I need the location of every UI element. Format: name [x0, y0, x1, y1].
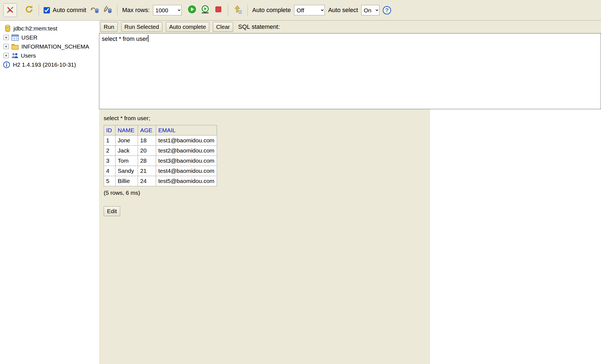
column-header-email[interactable]: EMAIL [156, 125, 217, 136]
auto-commit-label: Auto commit [53, 7, 86, 14]
query-frame: Run Run Selected Auto complete Clear SQL… [99, 21, 601, 364]
refresh-button[interactable] [24, 5, 34, 15]
content-area: jdbc:h2:mem:test + USER + [0, 21, 601, 364]
auto-commit-toggle[interactable]: Auto commit [44, 7, 86, 14]
sql-text: select * from user [102, 36, 148, 42]
sidebar-item-users[interactable]: + Users [0, 51, 99, 60]
table-cell: Sandy [115, 166, 138, 176]
max-rows-label: Max rows: [122, 7, 149, 14]
expand-icon[interactable]: + [4, 53, 9, 58]
edit-button[interactable]: Edit [104, 206, 120, 216]
disconnect-icon [6, 6, 14, 15]
table-icon [11, 34, 19, 41]
stop-icon [215, 6, 222, 15]
executed-statement: select * from user; [104, 115, 430, 122]
table-cell: 4 [104, 166, 115, 176]
tree-root-connection[interactable]: jdbc:h2:mem:test [0, 24, 99, 33]
auto-complete-select[interactable]: Off [294, 5, 325, 15]
table-cell: test1@baomidou.com [156, 136, 217, 146]
table-cell: Billie [115, 176, 138, 186]
h2-console: Auto commit [0, 0, 601, 364]
max-rows-select[interactable]: 1000 [153, 5, 182, 15]
database-icon [4, 25, 11, 32]
table-cell: 18 [138, 136, 156, 146]
sidebar-item-information-schema[interactable]: + INFORMATION_SCHEMA [0, 42, 99, 51]
table-label: USER [21, 34, 37, 41]
auto-select-label: Auto select [328, 7, 358, 14]
expand-icon[interactable]: + [4, 44, 9, 49]
top-toolbar: Auto commit [0, 0, 601, 21]
table-row: 4 Sandy 21 test4@baomidou.com [104, 166, 217, 176]
table-cell: test4@baomidou.com [156, 166, 217, 176]
users-label: Users [21, 52, 36, 59]
table-cell: 3 [104, 156, 115, 166]
table-cell: 1 [104, 136, 115, 146]
h2-version-label: H2 1.4.193 (2016-10-31) [13, 61, 76, 68]
rollback-button[interactable] [103, 5, 112, 15]
table-cell: test5@baomidou.com [156, 176, 217, 186]
toolbar-separator [247, 4, 248, 16]
run-selected-icon-button[interactable] [200, 5, 210, 15]
toolbar-separator [117, 4, 117, 16]
commit-button[interactable] [89, 5, 99, 15]
h2-version-row: H2 1.4.193 (2016-10-31) [0, 60, 99, 69]
column-header-id[interactable]: ID [104, 125, 115, 136]
run-selected-icon [201, 5, 209, 15]
query-toolbar: Run Run Selected Auto complete Clear SQL… [99, 21, 601, 33]
table-cell: 21 [138, 166, 156, 176]
table-row: 1 Jone 18 test1@baomidou.com [104, 136, 217, 146]
run-icon [188, 5, 196, 15]
cancel-icon-button[interactable] [213, 5, 223, 15]
users-icon [11, 52, 18, 59]
table-cell: 28 [138, 156, 156, 166]
column-header-age[interactable]: AGE [138, 125, 156, 136]
table-cell: Jack [115, 146, 138, 156]
auto-complete-button[interactable]: Auto complete [166, 22, 209, 32]
help-button[interactable]: ? [383, 6, 391, 15]
table-cell: 24 [138, 176, 156, 186]
text-cursor [148, 35, 148, 42]
toolbar-separator [39, 4, 39, 16]
table-cell: Jone [115, 136, 138, 146]
sql-statement-label: SQL statement: [238, 23, 280, 30]
table-header-row: ID NAME AGE EMAIL [104, 125, 217, 136]
auto-select-select[interactable]: On [361, 5, 379, 15]
table-cell: 2 [104, 146, 115, 156]
refresh-icon [25, 5, 33, 15]
run-button[interactable]: Run [100, 22, 118, 32]
results-frame: select * from user; ID NAME AGE EMAIL [99, 109, 601, 364]
table-cell: 20 [138, 146, 156, 156]
results-panel: select * from user; ID NAME AGE EMAIL [99, 109, 430, 364]
table-row: 5 Billie 24 test5@baomidou.com [104, 176, 217, 186]
connection-label: jdbc:h2:mem:test [13, 25, 57, 32]
column-header-name[interactable]: NAME [115, 125, 138, 136]
clear-button[interactable]: Clear [213, 22, 233, 32]
database-tree: jdbc:h2:mem:test + USER + [0, 21, 99, 364]
info-icon [3, 61, 10, 68]
table-cell: 5 [104, 176, 115, 186]
expand-icon[interactable]: + [4, 35, 9, 40]
rollback-icon [103, 5, 112, 15]
table-cell: Tom [115, 156, 138, 166]
history-icon [233, 5, 242, 15]
table-row: 3 Tom 28 test3@baomidou.com [104, 156, 217, 166]
table-cell: test3@baomidou.com [156, 156, 217, 166]
auto-commit-checkbox[interactable] [44, 7, 50, 13]
sidebar-item-user-table[interactable]: + USER [0, 33, 99, 42]
run-icon-button[interactable] [187, 5, 197, 15]
schema-label: INFORMATION_SCHEMA [21, 43, 89, 50]
sql-input[interactable]: select * from user [99, 33, 601, 109]
history-button[interactable] [233, 5, 243, 15]
commit-icon [90, 5, 99, 15]
table-cell: test2@baomidou.com [156, 146, 217, 156]
run-selected-button[interactable]: Run Selected [121, 22, 162, 32]
disconnect-button[interactable] [3, 3, 17, 17]
auto-complete-label: Auto complete [252, 7, 291, 14]
table-row: 2 Jack 20 test2@baomidou.com [104, 146, 217, 156]
folder-icon [11, 43, 19, 50]
toolbar-separator [228, 4, 228, 16]
result-status: (5 rows, 6 ms) [104, 190, 430, 196]
result-table: ID NAME AGE EMAIL 1 Jone 18 test [104, 125, 217, 186]
